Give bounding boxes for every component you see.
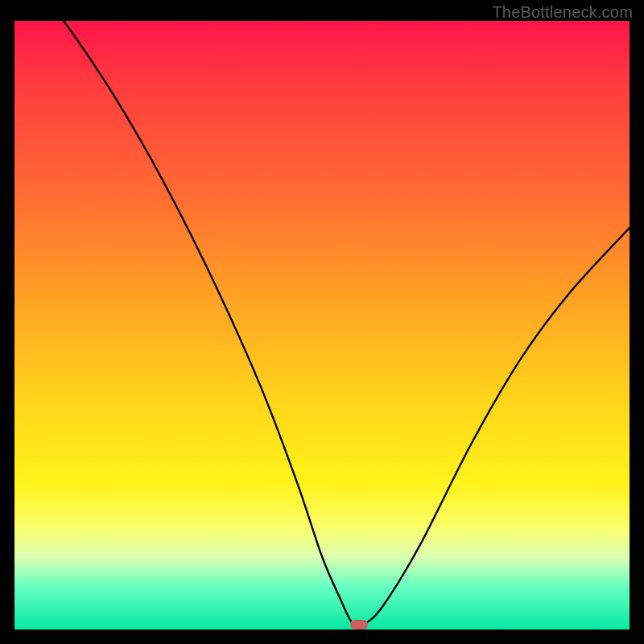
curve-svg: [14, 21, 630, 630]
watermark-text: TheBottleneck.com: [492, 3, 633, 22]
bottleneck-curve-path: [14, 21, 630, 626]
optimum-marker: [350, 620, 368, 630]
plot-area: [14, 21, 630, 630]
chart-container: TheBottleneck.com: [0, 0, 644, 644]
